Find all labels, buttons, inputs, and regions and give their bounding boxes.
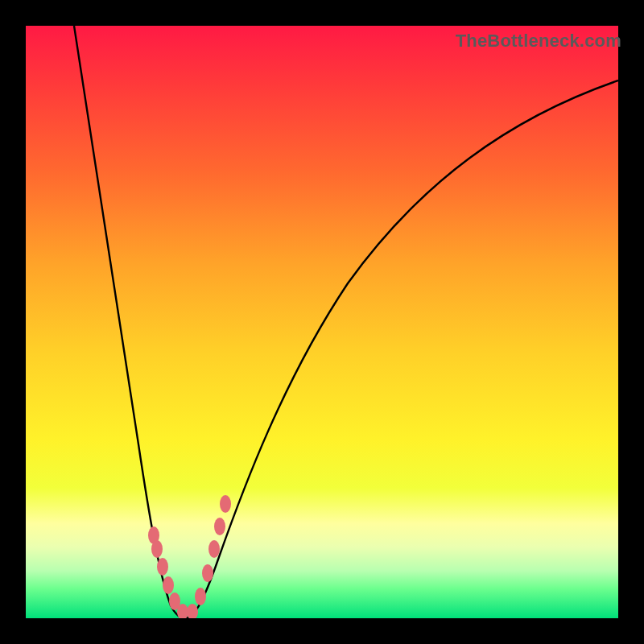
data-marker <box>195 588 206 605</box>
data-marker <box>220 495 231 513</box>
data-marker <box>157 558 168 576</box>
data-marker <box>208 540 220 558</box>
chart-frame: TheBottleneck.com <box>0 0 644 644</box>
plot-area: TheBottleneck.com <box>26 26 618 618</box>
data-marker <box>214 518 225 535</box>
data-marker <box>187 604 198 618</box>
data-marker <box>202 564 213 582</box>
right-curve-path <box>185 80 618 618</box>
data-marker <box>151 540 163 558</box>
data-marker <box>163 576 174 594</box>
left-curve-path <box>74 26 185 618</box>
curve-layer <box>26 26 618 618</box>
